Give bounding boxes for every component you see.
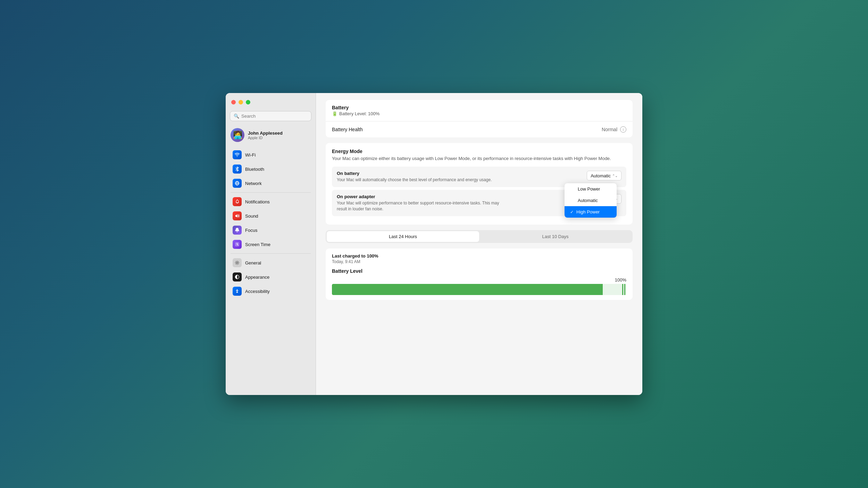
on-battery-dropdown[interactable]: Automatic ⌃⌄ — [587, 171, 621, 180]
sidebar-item-bluetooth[interactable]: Bluetooth — [228, 162, 314, 176]
on-battery-title: On battery — [337, 171, 587, 176]
avatar: 🧑‍💻 — [231, 128, 244, 142]
sidebar-divider-1 — [231, 192, 311, 193]
sidebar-section-network: Wi-Fi Bluetooth — [226, 148, 316, 190]
search-icon: 🔍 — [234, 113, 239, 119]
sidebar-section-prefs: General Appearance — [226, 256, 316, 298]
focus-icon — [233, 226, 242, 235]
battery-level-subtitle: 🔋 Battery Level: 100% — [332, 111, 379, 116]
battery-title: Battery — [332, 105, 379, 110]
minimize-button[interactable] — [239, 100, 243, 104]
sidebar-item-label-focus: Focus — [245, 228, 257, 233]
dropdown-item-automatic[interactable]: Automatic — [565, 195, 617, 206]
dropdown-item-label-automatic: Automatic — [578, 198, 598, 203]
bluetooth-icon — [233, 165, 242, 174]
search-box[interactable]: 🔍 — [230, 111, 311, 121]
info-icon: i — [623, 127, 624, 132]
on-adapter-title: On power adapter — [337, 194, 584, 199]
main-content: Battery 🔋 Battery Level: 100% Battery He… — [316, 93, 642, 395]
svg-point-9 — [236, 262, 238, 263]
on-battery-desc: Your Mac will automatically choose the b… — [337, 177, 503, 183]
battery-bar-stripes — [622, 284, 626, 295]
sidebar-items: Wi-Fi Bluetooth — [226, 148, 316, 395]
user-profile[interactable]: 🧑‍💻 John Appleseed Apple ID — [226, 125, 316, 145]
titlebar — [226, 93, 316, 111]
sidebar-item-label-bluetooth: Bluetooth — [245, 167, 264, 172]
appearance-icon — [233, 272, 242, 281]
battery-dropdown-popup: Low Power Automatic ✓ High Power — [565, 183, 617, 218]
battery-health-label: Battery Health — [332, 127, 363, 132]
sidebar-item-wifi[interactable]: Wi-Fi — [228, 148, 314, 162]
svg-marker-4 — [235, 214, 237, 218]
sidebar-item-network[interactable]: Network — [228, 176, 314, 190]
search-input[interactable] — [241, 113, 308, 119]
sidebar-item-label-sound: Sound — [245, 213, 258, 219]
sidebar-divider-2 — [231, 253, 311, 254]
on-battery-dropdown-container: Automatic ⌃⌄ Low Power Automatic — [587, 171, 621, 180]
charge-info-card: Last charged to 100% Today, 9:41 AM Batt… — [326, 249, 633, 300]
sidebar-item-general[interactable]: General — [228, 256, 314, 270]
battery-bar-fill — [332, 284, 603, 295]
sidebar: 🔍 🧑‍💻 John Appleseed Apple ID — [226, 93, 316, 395]
sidebar-item-accessibility[interactable]: Accessibility — [228, 284, 314, 298]
maximize-button[interactable] — [246, 100, 250, 104]
on-adapter-desc: Your Mac will optimize performance to be… — [337, 200, 503, 212]
close-button[interactable] — [231, 100, 236, 104]
svg-point-11 — [237, 289, 238, 291]
sidebar-item-label-notifications: Notifications — [245, 199, 270, 204]
user-name: John Appleseed — [248, 131, 283, 136]
battery-level-title: Battery Level — [332, 268, 626, 274]
sidebar-item-focus[interactable]: Focus — [228, 223, 314, 237]
on-battery-text: On battery Your Mac will automatically c… — [337, 171, 587, 183]
energy-mode-card: Energy Mode Your Mac can optimize either… — [326, 143, 633, 225]
system-settings-window: 🔍 🧑‍💻 John Appleseed Apple ID — [226, 93, 642, 395]
dropdown-item-high-power[interactable]: ✓ High Power — [565, 206, 617, 218]
charge-info: Last charged to 100% Today, 9:41 AM — [332, 253, 626, 264]
health-info-button[interactable]: i — [620, 126, 626, 133]
battery-header-card: Battery 🔋 Battery Level: 100% Battery He… — [326, 100, 633, 137]
time-tabs-container: Last 24 Hours Last 10 Days — [326, 230, 633, 243]
battery-level-section: Battery Level 100% — [332, 268, 626, 295]
charge-title: Last charged to 100% — [332, 253, 626, 259]
sidebar-item-screentime[interactable]: Screen Time — [228, 237, 314, 251]
notifications-icon — [233, 197, 242, 206]
charge-time: Today, 9:41 AM — [332, 259, 626, 264]
sidebar-section-system: Notifications Sound — [226, 195, 316, 251]
battery-icon-inline: 🔋 — [332, 111, 337, 116]
battery-title-group: Battery 🔋 Battery Level: 100% — [332, 105, 379, 116]
tab-last-10-days[interactable]: Last 10 Days — [479, 231, 632, 242]
user-subtitle: Apple ID — [248, 136, 283, 140]
sidebar-item-label-appearance: Appearance — [245, 275, 269, 280]
tab-label-10d: Last 10 Days — [542, 234, 569, 239]
energy-mode-desc: Your Mac can optimize either its battery… — [332, 155, 626, 162]
user-info: John Appleseed Apple ID — [248, 131, 283, 140]
battery-header: Battery 🔋 Battery Level: 100% — [326, 100, 633, 121]
dropdown-item-low-power[interactable]: Low Power — [565, 183, 617, 195]
general-icon — [233, 258, 242, 267]
network-icon — [233, 179, 242, 188]
dropdown-check-icon: ✓ — [570, 210, 574, 214]
sidebar-item-notifications[interactable]: Notifications — [228, 195, 314, 209]
sidebar-item-label-accessibility: Accessibility — [245, 289, 270, 294]
sound-icon — [233, 211, 242, 220]
sidebar-item-label-screentime: Screen Time — [245, 242, 270, 247]
accessibility-icon — [233, 287, 242, 296]
battery-percent-label: 100% — [332, 277, 626, 283]
tab-last-24-hours[interactable]: Last 24 Hours — [327, 231, 479, 242]
on-battery-selected-value: Automatic — [591, 173, 611, 178]
wifi-icon — [233, 150, 242, 159]
health-value-group: Normal i — [602, 126, 626, 133]
dropdown-chevron-icon: ⌃⌄ — [612, 174, 618, 178]
sidebar-item-appearance[interactable]: Appearance — [228, 270, 314, 284]
sidebar-item-label-network: Network — [245, 181, 262, 186]
tab-label-24h: Last 24 Hours — [389, 234, 417, 239]
battery-health-value: Normal — [602, 127, 617, 132]
screentime-icon — [233, 240, 242, 249]
battery-health-row: Battery Health Normal i — [326, 121, 633, 137]
sidebar-item-sound[interactable]: Sound — [228, 209, 314, 223]
sidebar-item-label-general: General — [245, 260, 261, 266]
energy-mode-title: Energy Mode — [332, 149, 626, 154]
on-adapter-text: On power adapter Your Mac will optimize … — [337, 194, 584, 212]
battery-bar — [332, 284, 626, 295]
sidebar-item-label-wifi: Wi-Fi — [245, 152, 256, 158]
